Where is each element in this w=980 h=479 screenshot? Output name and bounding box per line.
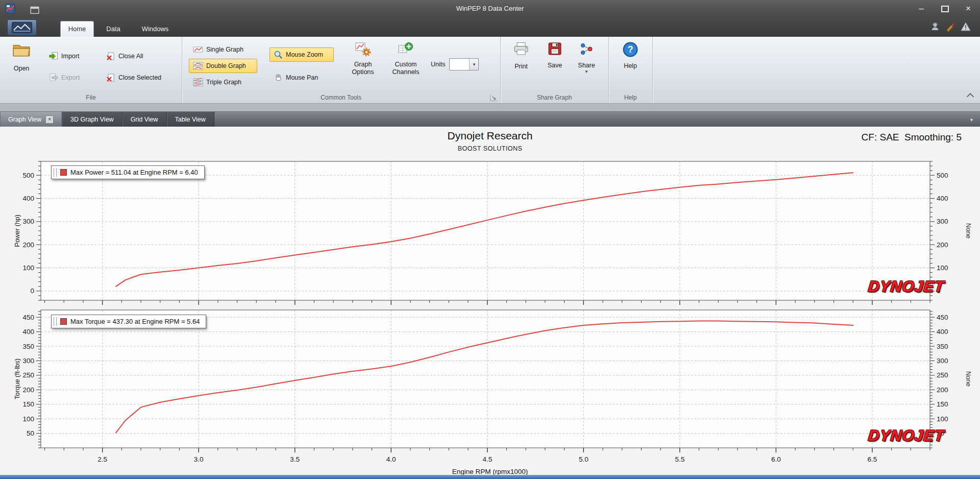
svg-text:100: 100 [937,415,948,423]
open-button[interactable]: Open [6,38,37,93]
mouse-zoom-icon [274,50,283,59]
single-graph-label: Single Graph [206,46,243,53]
application-menu-button[interactable] [7,19,37,36]
maximize-icon[interactable] [933,0,957,17]
double-graph-button[interactable]: Double Graph [189,59,257,73]
mouse-pan-label: Mouse Pan [286,74,318,81]
svg-text:250: 250 [937,371,948,379]
tab-table-view[interactable]: Table View [167,112,214,127]
tab-3d-graph-view[interactable]: 3D Graph View [62,112,122,127]
graph-options-button[interactable]: Graph Options [344,38,382,95]
ribbon-tab-windows[interactable]: Windows [133,21,178,37]
ribbon-tab-data[interactable]: Data [98,21,129,37]
custom-channels-label: Custom Channels [385,61,426,76]
power-chart-plot[interactable]: 00100100200200300300400400500500 [0,158,980,309]
close-all-button[interactable]: Close All [102,49,148,63]
ribbon-collapse-icon[interactable] [967,93,974,100]
svg-text:100: 100 [937,264,948,272]
print-label: Print [514,63,528,70]
svg-text:50: 50 [27,429,34,437]
svg-text:4.5: 4.5 [482,456,492,463]
svg-text:4.0: 4.0 [386,456,396,463]
torque-legend[interactable]: Max Torque = 437.30 at Engine RPM = 5.64 [51,315,206,328]
units-label: Units [431,61,445,68]
print-icon [512,41,530,57]
save-button[interactable]: Save [540,38,570,93]
svg-text:150: 150 [22,400,34,408]
export-label: Export [61,74,80,81]
graph-options-label: Graph Options [345,61,381,76]
svg-text:450: 450 [937,314,948,321]
torque-chart: 5050100100150150200200250250300300350350… [0,305,980,469]
ribbon-group-file: Open Import Export [0,37,182,103]
torque-chart-plot[interactable]: 5050100100150150200200250250300300350350… [0,305,980,465]
share-icon [579,41,594,57]
save-label: Save [548,62,562,69]
import-label: Import [61,53,79,60]
export-button[interactable]: Export [45,70,84,85]
minimize-icon[interactable]: – [910,0,933,17]
winpep-window: WinPEP 8 Data Center – × Home Data Windo… [0,0,980,479]
mouse-pan-icon [274,73,283,82]
svg-text:6.0: 6.0 [771,456,781,463]
units-combobox[interactable]: ▼ [449,58,479,70]
svg-text:300: 300 [22,218,34,225]
svg-text:500: 500 [22,172,34,179]
print-button[interactable]: Print [506,38,536,93]
close-selected-icon [106,73,115,82]
single-graph-icon [193,45,203,54]
tab-overflow-icon[interactable]: ▼ [969,117,974,123]
svg-text:150: 150 [937,400,948,408]
svg-text:200: 200 [937,386,948,394]
correction-smoothing-info: CF: SAE Smoothing: 5 [862,132,962,143]
mouse-zoom-button[interactable]: Mouse Zoom [270,47,334,62]
triple-graph-button[interactable]: Triple Graph [189,75,257,89]
share-button[interactable]: Share ▾ [572,38,601,98]
table-view-label: Table View [175,116,206,123]
tab-close-icon[interactable]: × [45,115,54,124]
help-button[interactable]: ? Help [616,38,645,93]
tab-grid-view[interactable]: Grid View [122,112,167,127]
close-all-icon [106,52,115,61]
svg-text:400: 400 [22,195,34,202]
svg-text:300: 300 [937,357,948,365]
svg-text:0: 0 [30,287,34,295]
grid-view-label: Grid View [131,116,158,123]
tab-graph-view[interactable]: Graph View × [0,112,62,127]
svg-text:200: 200 [937,241,948,249]
import-button[interactable]: Import [45,49,83,63]
single-graph-button[interactable]: Single Graph [189,42,257,57]
graph-3d-view-label: 3D Graph View [70,116,114,123]
svg-text:350: 350 [937,343,948,350]
mouse-zoom-label: Mouse Zoom [286,51,323,58]
power-legend[interactable]: Max Power = 511.04 at Engine RPM = 6.40 [51,165,205,179]
svg-text:250: 250 [22,371,34,379]
svg-text:100: 100 [22,415,34,423]
svg-text:500: 500 [937,172,948,179]
units-dropdown-icon[interactable]: ▼ [469,59,478,70]
ribbon-group-share: Print Save [500,37,609,103]
custom-channels-button[interactable]: Custom Channels [385,38,427,95]
power-chart: 00100100200200300300400400500500 Power (… [0,158,980,309]
torque-series-swatch [60,318,67,325]
svg-text:6.5: 6.5 [867,456,877,463]
folder-icon [12,41,31,58]
svg-text:450: 450 [22,314,34,321]
svg-text:350: 350 [22,343,34,350]
warning-icon[interactable] [961,21,971,32]
graph-options-icon [355,41,371,57]
svg-text:3.5: 3.5 [290,456,300,463]
triple-graph-icon [193,78,203,86]
ribbon: Open Import Export [0,37,980,104]
help-icon: ? [622,41,639,58]
ribbon-tab-home[interactable]: Home [60,21,94,37]
close-icon[interactable]: × [957,0,980,17]
user-icon[interactable] [930,21,940,32]
share-dropdown-icon[interactable]: ▾ [585,69,588,74]
power-right-axis-label: None [965,223,972,238]
svg-text:?: ? [627,44,633,55]
mouse-pan-button[interactable]: Mouse Pan [270,70,334,85]
brush-icon[interactable] [945,21,955,32]
close-selected-button[interactable]: Close Selected [102,70,165,85]
legend-grip [54,317,57,326]
